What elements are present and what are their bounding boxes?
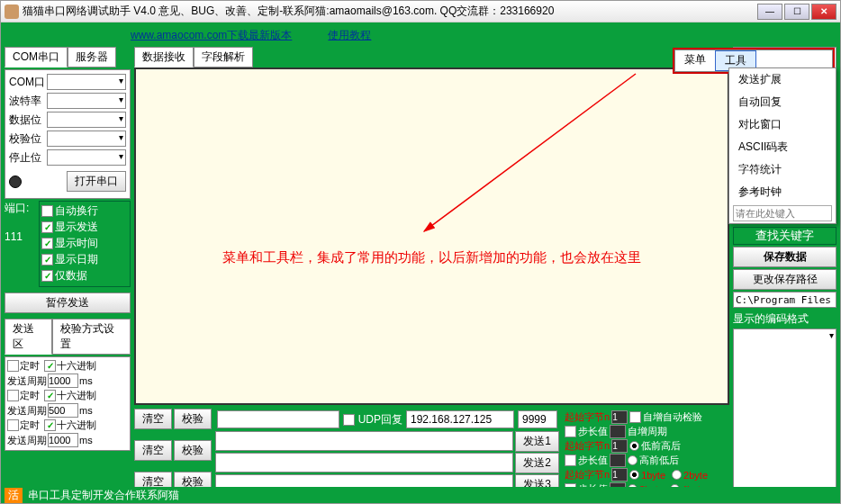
tab-rx-data[interactable]: 数据接收 xyxy=(134,47,194,68)
menu-item-clock[interactable]: 参考时钟 xyxy=(729,181,836,203)
close-button[interactable]: ✕ xyxy=(811,4,836,20)
radio-low-first[interactable] xyxy=(629,441,639,451)
download-link[interactable]: www.amaocom.com下载最新版本 xyxy=(131,28,292,43)
chk-step-2[interactable] xyxy=(565,454,576,466)
minimize-button[interactable]: — xyxy=(757,4,782,20)
rx-display-area: 菜单和工具栏，集成了常用的功能，以后新增加的功能，也会放在这里 xyxy=(134,68,729,405)
chk-auto-wrap[interactable] xyxy=(41,205,53,217)
tab-com[interactable]: COM串口 xyxy=(5,47,68,68)
chk-show-send[interactable] xyxy=(41,221,53,233)
menu-item-ascii[interactable]: ASCII码表 xyxy=(729,136,836,158)
menu-item-char-stats[interactable]: 字符统计 xyxy=(729,158,836,181)
status-led xyxy=(9,176,22,188)
open-port-button[interactable]: 打开串口 xyxy=(67,171,126,192)
auto-increment-panel: 起始字节n自增自动检验 步长值自增周期 起始字节n低前高后 步长值高前低后 起始… xyxy=(563,409,729,499)
parity-label: 校验位 xyxy=(9,131,45,147)
change-path-button[interactable]: 更改保存路径 xyxy=(733,269,836,290)
send-button-1[interactable]: 发送1 xyxy=(515,431,559,452)
svg-line-0 xyxy=(424,74,636,231)
chk-hex-2[interactable] xyxy=(44,390,56,401)
send-input-0[interactable] xyxy=(217,410,339,428)
baud-label: 波特率 xyxy=(9,94,45,109)
menu-item-compare[interactable]: 对比窗口 xyxy=(729,113,836,136)
port-label: 端口: xyxy=(5,201,37,216)
titlebar: 猫猫串口网络调试助手 V4.0 意见、BUG、改善、定制-联系阿猫:amaoma… xyxy=(1,1,840,22)
chk-only-data[interactable] xyxy=(41,270,53,282)
find-keyword-button[interactable]: 查找关键字 xyxy=(733,227,836,245)
check-button-2[interactable]: 校验 xyxy=(174,440,212,461)
encoding-select[interactable] xyxy=(733,328,836,499)
udp-port-input[interactable] xyxy=(518,410,557,428)
tab-server[interactable]: 服务器 xyxy=(68,47,116,68)
annotation-text: 菜单和工具栏，集成了常用的功能，以后新增加的功能，也会放在这里 xyxy=(136,249,728,266)
maximize-button[interactable]: ☐ xyxy=(784,4,809,20)
com-settings-panel: COM口 波特率 数据位 校验位 停止位 打开串口 xyxy=(5,69,131,199)
timer-panel: 定时 十六进制 发送周期ms 定时 十六进制 发送周期ms 定时 十六进制 发送… xyxy=(5,356,131,451)
stop-bits-label: 停止位 xyxy=(9,150,45,166)
chk-timer-2[interactable] xyxy=(7,390,19,401)
tutorial-link[interactable]: 使用教程 xyxy=(328,28,371,43)
com-port-select[interactable] xyxy=(47,74,126,90)
clear-button-2[interactable]: 清空 xyxy=(134,440,172,461)
menu-item-send-ext[interactable]: 发送扩展 xyxy=(729,68,836,91)
chk-show-date[interactable] xyxy=(41,254,53,266)
app-icon xyxy=(5,4,19,19)
tab-send-area[interactable]: 发送区 xyxy=(5,319,52,355)
baud-select[interactable] xyxy=(47,93,126,109)
udp-ip-input[interactable] xyxy=(406,410,514,428)
save-data-button[interactable]: 保存数据 xyxy=(733,247,836,267)
status-text: 串口工具定制开发合作联系阿猫 xyxy=(28,488,179,503)
period-input-2[interactable] xyxy=(48,403,78,418)
com-port-label: COM口 xyxy=(9,75,45,90)
chk-hex-3[interactable] xyxy=(44,419,56,431)
send-input-2[interactable] xyxy=(215,453,513,472)
pause-send-button[interactable]: 暂停发送 xyxy=(5,292,131,313)
start-byte-1[interactable] xyxy=(611,410,628,424)
window-title: 猫猫串口网络调试助手 V4.0 意见、BUG、改善、定制-联系阿猫:amaoma… xyxy=(23,4,757,19)
chk-step-1[interactable] xyxy=(565,426,576,437)
step-input-1[interactable] xyxy=(610,425,626,438)
chk-timer-3[interactable] xyxy=(7,419,19,431)
stop-bits-select[interactable] xyxy=(47,149,126,166)
tools-dropdown: 发送扩展 自动回复 对比窗口 ASCII码表 字符统计 参考时钟 xyxy=(728,68,836,224)
send-input-1[interactable] xyxy=(215,431,513,451)
menu-item-auto-reply[interactable]: 自动回复 xyxy=(729,91,836,113)
radio-2byte[interactable] xyxy=(672,470,682,480)
save-path-input[interactable] xyxy=(733,292,836,308)
parity-select[interactable] xyxy=(47,130,126,147)
encoding-label: 显示的编码格式 xyxy=(733,311,836,327)
tab-parse[interactable]: 字段解析 xyxy=(194,47,253,68)
step-input-2[interactable] xyxy=(610,454,626,467)
port-value: 111 xyxy=(5,230,37,243)
menu-button[interactable]: 菜单 xyxy=(675,50,715,71)
clear-button-1[interactable]: 清空 xyxy=(134,409,172,429)
status-tag: 活 xyxy=(5,488,23,503)
radio-high-first[interactable] xyxy=(628,455,638,465)
chk-timer-1[interactable] xyxy=(7,360,19,372)
send-button-2[interactable]: 发送2 xyxy=(515,453,559,473)
radio-1byte[interactable] xyxy=(629,470,639,480)
menu-search-input[interactable] xyxy=(733,205,832,221)
data-bits-label: 数据位 xyxy=(9,112,45,128)
chk-auto-check[interactable] xyxy=(629,411,641,423)
period-input-3[interactable] xyxy=(48,433,78,447)
start-byte-3[interactable] xyxy=(611,468,628,482)
period-input-1[interactable] xyxy=(48,374,78,388)
data-bits-select[interactable] xyxy=(47,112,126,128)
tab-check-settings[interactable]: 校验方式设置 xyxy=(52,319,131,355)
chk-udp-echo[interactable] xyxy=(343,414,355,426)
chk-show-time[interactable] xyxy=(41,238,53,249)
start-byte-2[interactable] xyxy=(611,439,628,453)
check-button-1[interactable]: 校验 xyxy=(174,409,212,429)
chk-hex-1[interactable] xyxy=(44,360,56,372)
